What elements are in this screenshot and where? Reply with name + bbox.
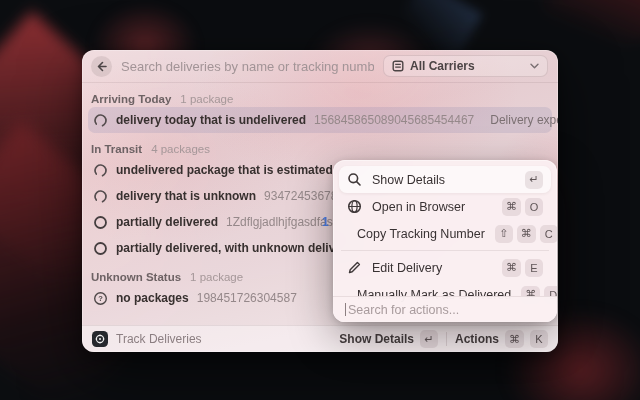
actions-menu-button[interactable]: Actions ⌘ K bbox=[455, 330, 548, 348]
menu-item-label: Edit Delivery bbox=[372, 261, 442, 275]
text-caret bbox=[345, 303, 346, 316]
tracking-number: 198451726304587 bbox=[197, 291, 297, 305]
section-count: 4 packages bbox=[151, 143, 210, 155]
pencil-icon bbox=[347, 260, 362, 275]
delivery-title: partially delivered bbox=[116, 215, 218, 229]
delivery-title: delivery today that is undelivered bbox=[116, 113, 306, 127]
primary-action-label: Show Details bbox=[339, 332, 414, 346]
menu-item-copy-tracking-number[interactable]: Copy Tracking Number ⇧ ⌘ C bbox=[339, 220, 551, 247]
return-key-badge: ↵ bbox=[420, 330, 438, 348]
progress-circle-icon bbox=[92, 189, 108, 204]
delivery-status: Delivery expected today bbox=[490, 113, 558, 127]
search-header: All Carriers bbox=[82, 50, 558, 83]
circle-icon bbox=[92, 215, 108, 230]
accessory-count: 1 bbox=[322, 215, 329, 229]
primary-action-button[interactable]: Show Details ↵ bbox=[339, 330, 438, 348]
search-input[interactable] bbox=[121, 59, 374, 74]
c-key-badge: C bbox=[540, 225, 557, 243]
section-title: In Transit bbox=[91, 143, 142, 155]
shortcut-keys: ⌘ O bbox=[502, 198, 543, 216]
e-key-badge: E bbox=[525, 259, 543, 277]
cmd-key-badge: ⌘ bbox=[505, 330, 524, 348]
extension-icon bbox=[92, 331, 108, 347]
globe-icon bbox=[347, 199, 362, 214]
actions-panel: Show Details ↵ Open in Browser ⌘ O Copy … bbox=[333, 160, 557, 322]
tracking-number: 156845865089045685454467 bbox=[314, 113, 474, 127]
actions-search-bar bbox=[333, 296, 557, 322]
section-count: 1 package bbox=[180, 93, 233, 105]
o-key-badge: O bbox=[525, 198, 543, 216]
question-circle-icon: ? bbox=[92, 291, 108, 306]
carrier-box-icon bbox=[392, 60, 404, 72]
footer-divider bbox=[446, 332, 447, 346]
section-header-in-transit: In Transit 4 packages bbox=[88, 133, 552, 157]
progress-circle-icon bbox=[92, 163, 108, 178]
cmd-key-badge: ⌘ bbox=[517, 225, 536, 243]
section-title: Arriving Today bbox=[91, 93, 171, 105]
progress-circle-icon bbox=[92, 113, 108, 128]
back-button[interactable] bbox=[91, 56, 112, 77]
carrier-filter-label: All Carriers bbox=[410, 59, 475, 73]
return-key-badge: ↵ bbox=[525, 171, 543, 189]
shortcut-keys: ↵ bbox=[525, 171, 543, 189]
shortcut-keys: ⇧ ⌘ C bbox=[495, 225, 557, 243]
menu-separator bbox=[341, 250, 549, 251]
extension-name: Track Deliveries bbox=[116, 332, 202, 346]
list-item-delivery-today[interactable]: delivery today that is undelivered 15684… bbox=[88, 107, 552, 133]
section-count: 1 package bbox=[190, 271, 243, 283]
cmd-key-badge: ⌘ bbox=[502, 198, 521, 216]
search-icon bbox=[347, 172, 362, 187]
carrier-filter-dropdown[interactable]: All Carriers bbox=[383, 55, 548, 77]
svg-text:?: ? bbox=[98, 294, 103, 303]
actions-label: Actions bbox=[455, 332, 499, 346]
shortcut-keys: ⌘ E bbox=[502, 259, 543, 277]
delivery-title: delivery that is unknown bbox=[116, 189, 256, 203]
menu-item-label: Copy Tracking Number bbox=[357, 227, 485, 241]
circle-icon bbox=[92, 241, 108, 256]
actions-search-input[interactable] bbox=[348, 303, 545, 317]
desktop: All Carriers Arriving Today 1 package de… bbox=[0, 0, 640, 400]
arrow-left-icon bbox=[96, 61, 107, 72]
action-bar: Track Deliveries Show Details ↵ Actions … bbox=[82, 325, 558, 352]
menu-item-open-in-browser[interactable]: Open in Browser ⌘ O bbox=[339, 193, 551, 220]
menu-item-show-details[interactable]: Show Details ↵ bbox=[339, 166, 551, 193]
cmd-key-badge: ⌘ bbox=[502, 259, 521, 277]
delivery-title: no packages bbox=[116, 291, 189, 305]
shift-key-badge: ⇧ bbox=[495, 225, 513, 243]
menu-item-label: Show Details bbox=[372, 173, 445, 187]
k-key-badge: K bbox=[530, 330, 548, 348]
menu-item-label: Open in Browser bbox=[372, 200, 465, 214]
section-header-arriving-today: Arriving Today 1 package bbox=[88, 83, 552, 107]
menu-item-edit-delivery[interactable]: Edit Delivery ⌘ E bbox=[339, 254, 551, 281]
chevron-down-icon bbox=[530, 63, 539, 69]
section-title: Unknown Status bbox=[91, 271, 181, 283]
